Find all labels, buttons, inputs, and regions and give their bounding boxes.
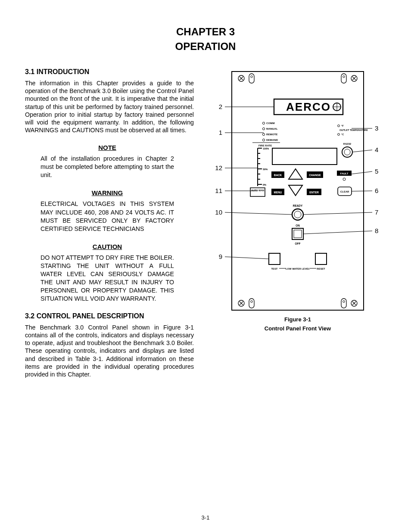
svg-text:12: 12 — [215, 164, 222, 171]
svg-text:REMOTE: REMOTE — [266, 133, 277, 136]
warning-body: ELECTRICAL VOLTAGES IN THIS SYSTEM MAY I… — [40, 200, 174, 233]
svg-text:AERCO: AERCO — [286, 100, 331, 113]
warning-heading: WARNING — [40, 189, 174, 197]
svg-rect-64 — [269, 253, 280, 264]
svg-text:AUTO MAN: AUTO MAN — [251, 189, 264, 192]
svg-text:7: 7 — [375, 208, 378, 216]
svg-point-13 — [262, 128, 265, 130]
chapter-title: OPERATION — [25, 40, 386, 53]
svg-text:100%: 100% — [263, 147, 269, 150]
svg-text:11: 11 — [215, 187, 222, 194]
svg-text:°F: °F — [341, 124, 344, 127]
svg-text:READY: READY — [293, 204, 303, 207]
svg-rect-65 — [315, 253, 327, 264]
svg-text:10: 10 — [215, 208, 222, 216]
caution-heading: CAUTION — [40, 243, 174, 251]
svg-text:CLEAR: CLEAR — [340, 190, 349, 193]
svg-point-25 — [342, 147, 352, 157]
note-heading: NOTE — [40, 143, 174, 152]
svg-rect-41 — [272, 148, 337, 165]
svg-text:OUTLET TEMPERATURE: OUTLET TEMPERATURE — [339, 129, 368, 131]
caution-body: DO NOT ATTEMPT TO DRY FIRE THE BOILER. S… — [40, 254, 174, 303]
svg-text:ENTER: ENTER — [309, 191, 319, 194]
svg-point-23 — [338, 134, 340, 136]
chapter-number: CHAPTER 3 — [25, 26, 386, 38]
svg-point-17 — [262, 139, 265, 141]
svg-text:FAULT: FAULT — [340, 172, 349, 175]
svg-text:4: 4 — [375, 146, 378, 153]
svg-point-11 — [262, 122, 265, 124]
left-column: 3.1 INTRODUCTION The information in this… — [25, 68, 194, 388]
section-3-1-heading: 3.1 INTRODUCTION — [25, 68, 194, 76]
svg-text:LOW WATER LEVEL: LOW WATER LEVEL — [286, 268, 310, 270]
svg-point-58 — [292, 209, 303, 220]
svg-text:COMM: COMM — [266, 121, 275, 124]
svg-text:8: 8 — [375, 227, 378, 234]
svg-text:°C: °C — [341, 133, 344, 136]
svg-text:ON: ON — [296, 224, 300, 227]
svg-point-20 — [338, 125, 340, 127]
svg-text:9: 9 — [219, 253, 222, 260]
svg-text:RESET: RESET — [317, 268, 325, 270]
svg-text:3: 3 — [375, 124, 378, 132]
section-3-1-body: The information in this Chapter provides… — [25, 79, 194, 134]
svg-text:6: 6 — [375, 187, 378, 194]
svg-text:5: 5 — [375, 168, 378, 175]
svg-text:DEMAND: DEMAND — [266, 138, 278, 141]
svg-point-48 — [343, 178, 346, 180]
svg-text:MANUAL: MANUAL — [266, 127, 278, 130]
section-3-2-heading: 3.2 CONTROL PANEL DESCRIPTION — [25, 312, 194, 320]
warning-block: WARNING ELECTRICAL VOLTAGES IN THIS SYST… — [40, 189, 174, 233]
svg-text:1: 1 — [219, 129, 222, 136]
svg-text:50%: 50% — [263, 168, 268, 171]
note-block: NOTE All of the installation procedures … — [40, 143, 174, 179]
caution-block: CAUTION DO NOT ATTEMPT TO DRY FIRE THE B… — [40, 243, 174, 303]
svg-text:FIRE RATE: FIRE RATE — [258, 144, 272, 147]
svg-text:2: 2 — [219, 103, 222, 110]
svg-text:OFF: OFF — [295, 242, 301, 245]
svg-text:MENU: MENU — [274, 191, 282, 194]
figure-subtitle: Control Panel Front View — [209, 325, 386, 332]
svg-text:TEST: TEST — [271, 268, 278, 270]
section-3-2-body: The Benchmark 3.0 Control Panel shown in… — [25, 324, 194, 378]
svg-rect-62 — [294, 230, 302, 238]
figure-title: Figure 3-1 — [209, 316, 386, 323]
note-body: All of the installation procedures in Ch… — [40, 155, 174, 179]
right-column: AERCO COMM MANUAL REMOTE DEMAND °F OUTLE… — [209, 68, 386, 388]
page-number: 3-1 — [0, 514, 411, 521]
svg-point-15 — [262, 133, 265, 135]
svg-text:BACK: BACK — [274, 174, 282, 177]
svg-text:RS232: RS232 — [343, 143, 352, 145]
control-panel-figure: AERCO COMM MANUAL REMOTE DEMAND °F OUTLE… — [209, 68, 386, 314]
svg-text:CHANGE: CHANGE — [309, 174, 321, 177]
svg-text:0%: 0% — [263, 184, 266, 186]
